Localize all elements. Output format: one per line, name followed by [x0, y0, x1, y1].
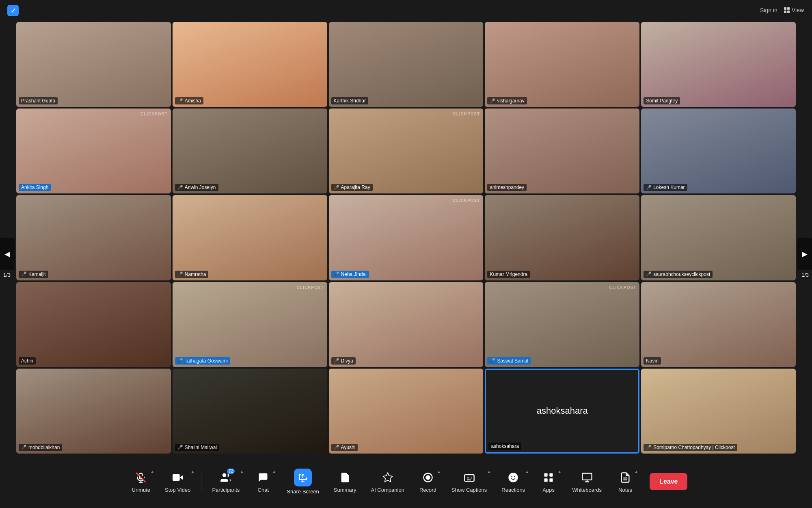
notes-icon — [618, 470, 633, 485]
top-bar: ✓ Sign in View — [0, 0, 812, 20]
apps-caret[interactable]: ▲ — [557, 469, 561, 474]
whiteboards-icon — [580, 470, 594, 485]
page-indicator-left: 1/3 — [3, 272, 11, 278]
grid-icon — [784, 7, 790, 13]
name-tag-namratha: 🎤 Namratha — [175, 271, 209, 278]
apps-button[interactable]: ▲ Apps — [532, 466, 565, 497]
bottom-toolbar: ▲ Unmute ▲ Stop Video ▲ — [0, 455, 812, 508]
mute-icon-ayushi: 🎤 — [334, 445, 339, 450]
video-cell-shalini[interactable]: 🎤 Shalini Maliwal — [173, 369, 327, 454]
apps-icon — [541, 470, 556, 485]
video-cell-kumar[interactable]: Kumar Mrigendra — [485, 195, 639, 280]
watermark-neha: CLICKPOST — [453, 198, 480, 203]
unmute-button[interactable]: ▲ Unmute — [125, 466, 158, 497]
video-cell-aparajita[interactable]: CLICKPOST 🎤 Aparajita Ray — [329, 109, 484, 193]
captions-caret[interactable]: ▲ — [487, 469, 491, 474]
chat-button[interactable]: ▲ Chat — [247, 466, 279, 497]
name-tag-kamaljit: 🎤 Kamaljit — [19, 271, 48, 278]
record-caret[interactable]: ▲ — [437, 469, 441, 474]
participants-caret[interactable]: ▲ — [240, 469, 244, 474]
svg-point-4 — [222, 473, 226, 477]
summary-label: Summary — [334, 487, 356, 493]
video-cell-achin[interactable]: Achin — [16, 282, 171, 367]
notes-caret[interactable]: ▲ — [634, 469, 638, 474]
app-logo: ✓ — [7, 5, 19, 16]
video-cell-prashant[interactable]: Prashant Gupta — [16, 22, 171, 107]
video-cell-kamaljit[interactable]: 🎤 Kamaljit — [16, 195, 171, 280]
video-cell-divya[interactable]: 🎤 Divya — [329, 282, 484, 367]
camera-icon — [171, 470, 185, 485]
page-indicator-right: 1/3 — [801, 272, 809, 278]
stop-video-caret[interactable]: ▲ — [191, 469, 195, 474]
svg-marker-7 — [383, 473, 392, 482]
video-cell-anwin[interactable]: 🎤 Anwin Joselyn — [173, 109, 327, 193]
reactions-button[interactable]: ▲ Reactions — [494, 466, 532, 497]
chat-caret[interactable]: ▲ — [272, 469, 276, 474]
name-tag-anwin: 🎤 Anwin Joselyn — [175, 184, 218, 191]
video-cell-namratha[interactable]: 🎤 Namratha — [173, 195, 327, 280]
show-captions-button[interactable]: ▲ Show Captions — [444, 466, 494, 497]
unmute-label: Unmute — [132, 487, 151, 493]
mute-icon-vishal: 🎤 — [490, 98, 495, 104]
stop-video-button[interactable]: ▲ Stop Video — [158, 466, 198, 497]
reactions-icon — [506, 470, 520, 485]
video-cell-ashok[interactable]: ashoksahara ashoksahara — [485, 369, 639, 454]
participants-count-badge: 72 — [227, 469, 235, 474]
mute-icon-anwin: 🎤 — [177, 185, 183, 190]
watermark-tathagata: CLICKPOST — [297, 285, 324, 290]
name-tag-kumar: Kumar Mrigendra — [487, 271, 530, 278]
sign-in-button[interactable]: Sign in — [760, 7, 777, 13]
video-cell-neha[interactable]: CLICKPOST 🎤 Neha Jindal — [329, 195, 484, 280]
svg-point-9 — [426, 475, 430, 479]
name-tag-divya: 🎤 Divya — [331, 357, 356, 365]
reactions-caret[interactable]: ▲ — [525, 469, 529, 474]
svg-rect-3 — [173, 474, 180, 481]
prev-page-arrow[interactable]: ◀ — [0, 238, 15, 270]
record-icon — [421, 470, 435, 485]
notes-button[interactable]: ▲ Notes — [609, 466, 641, 497]
video-cell-ankita[interactable]: CLICKPOST Ankita Singh — [16, 109, 171, 193]
watermark-saswat: CLICKPOST — [609, 285, 636, 290]
name-tag-ankita: Ankita Singh — [19, 184, 51, 191]
video-cell-animesh[interactable]: animeshpandey — [485, 109, 639, 193]
mute-icon-aparajita: 🎤 — [334, 185, 339, 190]
view-button[interactable]: View — [784, 7, 804, 13]
video-cell-somiparno[interactable]: 🎤 Somiparno Chattopadhyay | Clickpost — [641, 369, 796, 454]
video-cell-lokesh[interactable]: 🎤 Lokesh Kumar — [641, 109, 796, 193]
mute-icon-shalini: 🎤 — [177, 445, 183, 450]
leave-button[interactable]: Leave — [650, 473, 687, 490]
video-cell-somit[interactable]: Somit Pangtey — [641, 22, 796, 107]
view-label: View — [792, 7, 804, 13]
summary-icon — [338, 470, 352, 485]
ai-companion-label: AI Companion — [371, 487, 404, 493]
mute-icon-divya: 🎤 — [334, 358, 339, 363]
participants-label: Participants — [212, 487, 240, 493]
mute-icon-neha: 🎤 — [334, 271, 339, 277]
svg-point-12 — [512, 476, 512, 477]
video-cell-mohd[interactable]: 🎤 mohdbilalkhan — [16, 369, 171, 454]
record-button[interactable]: ▲ Record — [412, 466, 444, 497]
ashok-name-display: ashoksahara — [537, 406, 588, 416]
svg-rect-15 — [549, 473, 553, 477]
video-cell-amisha[interactable]: 🎤 Amisha — [173, 22, 327, 107]
share-screen-button[interactable]: Share Screen — [279, 465, 326, 499]
video-cell-tathagata[interactable]: CLICKPOST 🎤 Tathagata Goswami — [173, 282, 327, 367]
svg-point-13 — [514, 476, 515, 477]
next-page-arrow[interactable]: ▶ — [797, 238, 812, 270]
name-tag-navin: Navin — [644, 357, 661, 365]
participants-button[interactable]: ▲ 72 Participants — [205, 466, 247, 497]
video-cell-ayushi[interactable]: 🎤 Ayushi — [329, 369, 484, 454]
mute-icon-tathagata: 🎤 — [177, 358, 183, 363]
video-cell-saurabh[interactable]: 🎤 saurabhchoukseyclickpost — [641, 195, 796, 280]
video-cell-saswat[interactable]: CLICKPOST 🎤 Saswat Samal — [485, 282, 639, 367]
mic-icon — [134, 470, 148, 485]
summary-button[interactable]: Summary — [326, 466, 364, 497]
name-tag-achin: Achin — [19, 357, 36, 365]
video-cell-karthik[interactable]: Karthik Sridhar — [329, 22, 484, 107]
show-captions-label: Show Captions — [451, 487, 487, 493]
ai-companion-button[interactable]: AI Companion — [363, 466, 411, 497]
video-cell-vishal[interactable]: 🎤 vishalgaurav — [485, 22, 639, 107]
video-cell-navin[interactable]: Navin — [641, 282, 796, 367]
unmute-caret[interactable]: ▲ — [150, 469, 154, 474]
whiteboards-button[interactable]: Whiteboards — [565, 466, 609, 497]
